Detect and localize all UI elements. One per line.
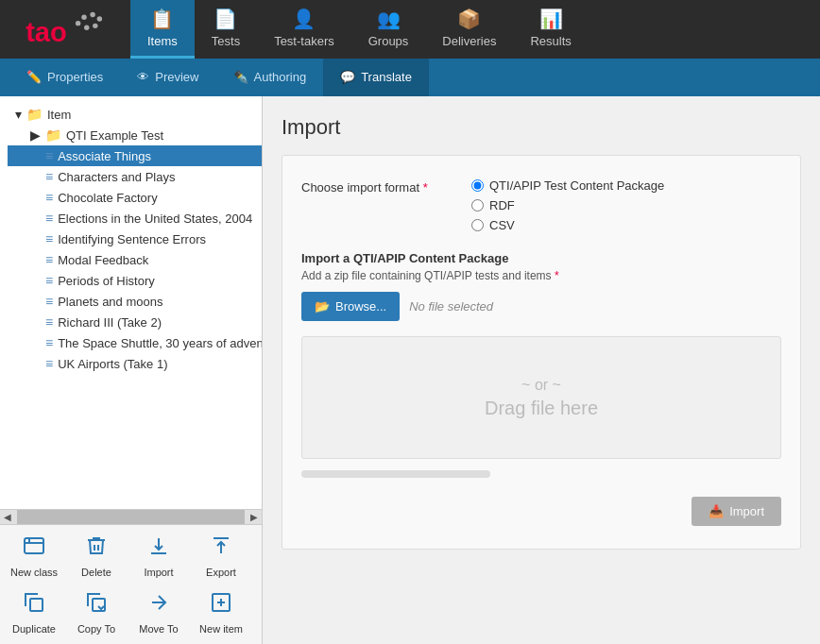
tree-item[interactable]: ≡Characters and Plays [8,166,262,187]
required-star: * [423,180,428,195]
tab-properties[interactable]: ✏️Properties [9,59,120,96]
logo-area: tao [0,0,130,59]
copy-to-tool-label: Copy To [77,623,115,635]
doc-icon: ≡ [45,169,53,184]
tree-root-label: Item [47,108,71,122]
new-item-tool-label: New item [199,623,243,635]
properties-tab-icon: ✏️ [26,70,42,84]
copy-to-tool-icon [85,591,108,619]
drop-zone-or: ~ or ~ [521,377,561,394]
main-layout: ▾ 📁 Item ▶📁QTI Example Test≡Associate Th… [0,96,820,644]
duplicate-tool-label: Duplicate [12,623,56,635]
export-tool-label: Export [206,567,236,578]
results-nav-label: Results [530,34,571,48]
import-button[interactable]: 📥 Import [692,497,781,526]
required-star-2: * [555,269,559,282]
radio-csv-input[interactable] [471,219,484,231]
browse-button[interactable]: 📂 Browse... [301,292,400,321]
tree-item[interactable]: ≡Elections in the United States, 2004 [8,208,262,229]
tree-item[interactable]: ≡UK Airports (Take 1) [8,353,262,374]
radio-qti[interactable]: QTI/APIP Test Content Package [471,178,664,193]
doc-icon: ≡ [45,252,53,267]
tree-item-label: The Space Shuttle, 30 years of adventur [58,336,262,350]
radio-rdf-input[interactable] [471,199,484,212]
deliveries-nav-label: Deliveries [442,34,496,48]
tests-nav-icon: 📄 [214,8,237,30]
tree-items: ▶📁QTI Example Test≡Associate Things≡Char… [8,125,262,374]
tool-new-item[interactable]: New item [191,585,251,640]
results-nav-icon: 📊 [539,8,563,30]
tab-translate[interactable]: 💬Translate [323,59,429,96]
download-icon: 📥 [709,504,724,518]
doc-icon: ≡ [45,273,53,288]
doc-icon: ≡ [45,335,53,350]
toolbar-buttons: New classDeleteImportExportDuplicateCopy… [4,529,258,640]
duplicate-tool-icon [23,591,45,619]
tab-preview[interactable]: 👁Preview [120,59,215,96]
tree-item[interactable]: ≡Modal Feedback [8,249,262,270]
collapse-icon: ▾ [15,107,22,122]
radio-qti-input[interactable] [471,179,484,192]
tree-item[interactable]: ▶📁QTI Example Test [8,125,262,145]
new-item-tool-icon [210,591,232,619]
deliveries-nav-icon: 📦 [457,8,481,30]
delete-tool-label: Delete [81,567,111,578]
tool-export[interactable]: Export [191,529,251,584]
tree-item[interactable]: ≡The Space Shuttle, 30 years of adventur [8,332,262,353]
radio-rdf[interactable]: RDF [471,198,664,212]
horizontal-scroll[interactable]: ◀ ▶ [0,509,262,524]
scroll-right[interactable]: ▶ [247,510,262,525]
move-to-tool-icon [147,591,170,619]
scroll-left[interactable]: ◀ [0,510,15,525]
no-file-label: No file selected [409,299,493,314]
delete-tool-icon [85,534,108,563]
doc-icon: ≡ [45,211,53,226]
tree-item[interactable]: ≡Identifying Sentence Errors [8,229,262,249]
tool-move-to[interactable]: Move To [128,585,189,640]
svg-rect-9 [93,599,105,611]
import-box: Choose import format * QTI/APIP Test Con… [282,155,801,550]
drop-zone[interactable]: ~ or ~ Drag file here [301,336,781,459]
svg-rect-8 [30,599,43,611]
nav-item-tests[interactable]: 📄Tests [195,0,257,59]
tests-nav-label: Tests [212,34,240,48]
tree-item[interactable]: ≡Richard III (Take 2) [8,312,262,332]
tool-delete[interactable]: Delete [66,529,127,584]
groups-nav-icon: 👥 [377,8,401,30]
nav-item-deliveries[interactable]: 📦Deliveries [425,0,513,59]
doc-icon: ≡ [45,356,53,371]
svg-point-6 [76,21,80,25]
new-class-tool-label: New class [10,567,58,578]
tool-duplicate[interactable]: Duplicate [4,585,64,640]
top-nav: tao 📋Items📄Tests👤Test-takers👥Groups📦Deli… [0,0,820,59]
tree-item-label: Planets and moons [58,295,162,309]
tool-new-class[interactable]: New class [4,529,64,584]
nav-item-results[interactable]: 📊Results [513,0,588,59]
translate-tab-label: Translate [361,70,412,84]
import-desc-title: Import a QTI/APIP Content Package [301,251,781,265]
tree-root-item[interactable]: ▾ 📁 Item [8,104,262,125]
translate-tab-icon: 💬 [340,70,355,84]
tool-import[interactable]: Import [128,529,189,584]
tree-item-label: Modal Feedback [58,253,148,267]
tree-item-label: Richard III (Take 2) [58,315,162,330]
tree-item[interactable]: ≡Chocolate Factory [8,187,262,208]
tree-item[interactable]: ≡Associate Things [8,145,262,166]
logo-svg: tao [18,10,112,48]
nav-item-items[interactable]: 📋Items [130,0,195,59]
scroll-thumb[interactable] [17,510,245,524]
nav-item-test-takers[interactable]: 👤Test-takers [257,0,351,59]
folder-icon: 📁 [26,107,43,122]
tree-item[interactable]: ≡Planets and moons [8,291,262,312]
page-title: Import [282,115,801,140]
radio-csv[interactable]: CSV [471,218,664,232]
tab-authoring[interactable]: ✒️Authoring [216,59,324,96]
folder-open-icon: 📂 [315,299,330,314]
authoring-tab-icon: ✒️ [233,70,248,84]
preview-tab-label: Preview [155,70,198,84]
tool-copy-to[interactable]: Copy To [66,585,127,640]
doc-icon: ≡ [45,231,53,246]
tree-item[interactable]: ≡Periods of History [8,270,262,291]
tree-item-label: QTI Example Test [66,128,163,143]
nav-item-groups[interactable]: 👥Groups [351,0,426,59]
